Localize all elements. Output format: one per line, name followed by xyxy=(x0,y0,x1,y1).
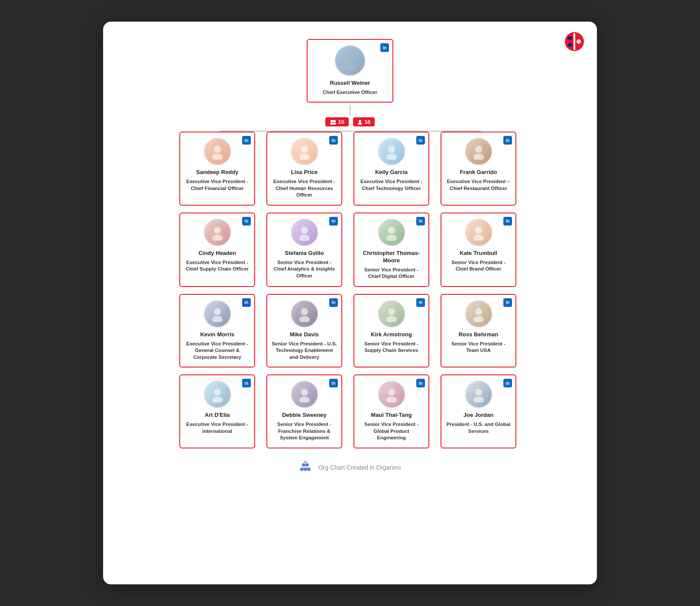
svg-point-19 xyxy=(475,146,482,153)
linkedin-badge-3[interactable]: in xyxy=(503,136,512,145)
ceo-linkedin-badge[interactable]: in xyxy=(380,43,389,52)
ceo-level: in Russell Weiner Chief Executive Office… xyxy=(307,39,393,103)
report-card-13[interactable]: in Debbie Sweeney Senior Vice President … xyxy=(266,374,342,448)
svg-point-46 xyxy=(304,467,307,471)
report-card-8[interactable]: in Kevin Morris Executive Vice President… xyxy=(179,294,255,367)
ceo-name: Russell Weiner xyxy=(312,80,388,87)
linkedin-badge-13[interactable]: in xyxy=(329,379,338,387)
avatar-12 xyxy=(204,380,231,408)
report-name-10: Kirk Armstrong xyxy=(359,331,424,338)
svg-point-22 xyxy=(212,235,223,241)
svg-point-25 xyxy=(388,227,395,234)
svg-point-49 xyxy=(305,463,309,467)
report-name-2: Kelly Garcia xyxy=(359,169,424,176)
svg-point-48 xyxy=(302,463,305,467)
report-name-5: Stefania Gvillo xyxy=(272,250,337,257)
report-name-4: Cindy Headen xyxy=(185,250,250,257)
linkedin-badge-12[interactable]: in xyxy=(242,379,251,387)
report-title-13: Senior Vice President - Franchise Relati… xyxy=(272,421,337,442)
report-title-1: Executive Vice President - Chief Human R… xyxy=(272,178,337,199)
svg-rect-1 xyxy=(574,33,575,50)
svg-point-5 xyxy=(346,54,354,62)
report-name-8: Kevin Morris xyxy=(185,331,250,338)
report-name-12: Art D'Elia xyxy=(185,412,250,419)
svg-point-42 xyxy=(386,396,397,403)
ceo-connector-down xyxy=(350,105,350,116)
group-badge: 16 xyxy=(325,117,349,126)
linkedin-badge-11[interactable]: in xyxy=(503,298,512,307)
linkedin-badge-14[interactable]: in xyxy=(416,379,425,387)
ceo-avatar xyxy=(334,45,366,76)
svg-point-15 xyxy=(301,146,308,153)
linkedin-badge-4[interactable]: in xyxy=(242,217,251,226)
svg-point-16 xyxy=(299,154,310,160)
report-name-3: Frank Garrido xyxy=(446,169,511,176)
report-title-0: Executive Vice President - Chief Financi… xyxy=(185,178,250,192)
ceo-title: Chief Executive Officer xyxy=(312,89,388,96)
linkedin-badge-1[interactable]: in xyxy=(329,136,338,145)
svg-point-40 xyxy=(299,396,310,403)
report-title-5: Senior Vice President - Chief Analytics … xyxy=(272,259,337,280)
linkedin-badge-10[interactable]: in xyxy=(416,298,425,307)
svg-point-26 xyxy=(386,235,397,241)
avatar-14 xyxy=(378,380,405,408)
svg-point-34 xyxy=(386,316,397,322)
report-card-14[interactable]: in Maui Thai-Tang Senior Vice President … xyxy=(353,374,429,448)
svg-point-17 xyxy=(388,146,395,153)
report-name-11: Ross Behrman xyxy=(446,331,511,338)
report-title-4: Executive Vice President - Chief Supply … xyxy=(185,259,250,273)
svg-point-13 xyxy=(214,146,221,153)
report-title-6: Senior Vice President - Chief Digital Of… xyxy=(359,267,424,280)
report-name-6: Christopher Thomas-Moore xyxy=(359,250,424,264)
report-card-0[interactable]: in Sandeep Reddy Executive Vice Presiden… xyxy=(179,132,255,205)
svg-point-21 xyxy=(214,227,221,234)
report-card-1[interactable]: in Lisa Price Executive Vice President -… xyxy=(266,132,342,205)
linkedin-badge-6[interactable]: in xyxy=(416,217,425,226)
person-count: 16 xyxy=(364,119,370,125)
report-card-4[interactable]: in Cindy Headen Executive Vice President… xyxy=(179,213,255,287)
avatar-4 xyxy=(204,219,231,246)
svg-point-24 xyxy=(299,235,310,241)
linkedin-badge-2[interactable]: in xyxy=(416,136,425,145)
linkedin-badge-0[interactable]: in xyxy=(242,136,251,145)
report-card-7[interactable]: in Kate Trumbull Senior Vice President -… xyxy=(441,213,516,287)
report-name-1: Lisa Price xyxy=(272,169,337,176)
svg-point-43 xyxy=(475,389,482,396)
report-card-3[interactable]: in Frank Garrido Executive Vice Presiden… xyxy=(441,132,516,205)
report-title-3: Executive Vice President – Chief Restaur… xyxy=(446,178,511,192)
report-name-14: Maui Thai-Tang xyxy=(359,412,424,419)
linkedin-badge-8[interactable]: in xyxy=(242,298,251,307)
svg-point-50 xyxy=(304,461,307,463)
report-card-10[interactable]: in Kirk Armstrong Senior Vice President … xyxy=(353,294,429,367)
svg-point-2 xyxy=(568,36,572,40)
svg-point-29 xyxy=(214,308,221,315)
report-card-11[interactable]: in Ross Behrman Senior Vice President - … xyxy=(441,294,516,367)
linkedin-badge-5[interactable]: in xyxy=(329,217,338,226)
report-card-9[interactable]: in Mike Davis Senior Vice President - U.… xyxy=(266,294,342,367)
svg-point-8 xyxy=(333,120,336,122)
person-badge: 16 xyxy=(353,117,375,126)
svg-point-33 xyxy=(388,308,395,315)
svg-point-30 xyxy=(212,316,223,322)
svg-point-4 xyxy=(577,39,581,44)
report-title-15: President - U.S. and Global Services xyxy=(446,421,511,435)
avatar-7 xyxy=(465,219,493,246)
report-card-5[interactable]: in Stefania Gvillo Senior Vice President… xyxy=(266,213,342,287)
report-card-15[interactable]: in Joe Jordan President - U.S. and Globa… xyxy=(441,374,516,448)
report-card-12[interactable]: in Art D'Elia Executive Vice President -… xyxy=(179,374,255,448)
linkedin-badge-15[interactable]: in xyxy=(503,379,512,387)
linkedin-badge-9[interactable]: in xyxy=(329,298,338,307)
report-title-7: Senior Vice President - Chief Brand Offi… xyxy=(446,259,511,273)
svg-point-12 xyxy=(358,122,362,125)
report-title-10: Senior Vice President - Supply Chain Ser… xyxy=(359,341,424,354)
report-name-9: Mike Davis xyxy=(272,331,337,338)
avatar-5 xyxy=(291,219,318,246)
footer: Org Chart Created in Organimi xyxy=(116,461,584,474)
linkedin-badge-7[interactable]: in xyxy=(503,217,512,226)
ceo-card[interactable]: in Russell Weiner Chief Executive Office… xyxy=(307,39,393,103)
badges-row: 16 16 xyxy=(325,117,375,126)
report-card-6[interactable]: in Christopher Thomas-Moore Senior Vice … xyxy=(353,213,429,287)
report-title-2: Executive Vice President - Chief Technol… xyxy=(359,178,424,192)
report-card-2[interactable]: in Kelly Garcia Executive Vice President… xyxy=(353,132,429,205)
svg-point-11 xyxy=(359,120,361,122)
